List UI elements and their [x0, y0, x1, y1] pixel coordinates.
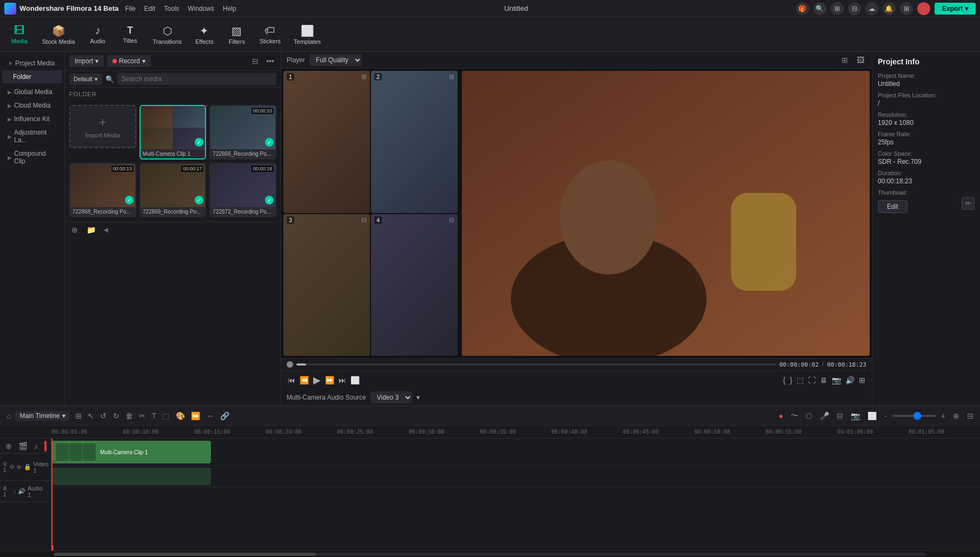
tab-stock[interactable]: 📦 Stock Media — [37, 22, 81, 47]
add-to-timeline-icon[interactable]: ⊕ — [69, 224, 80, 235]
import-button[interactable]: Import ▾ — [69, 55, 104, 67]
v-settings-btn[interactable]: ⚙ — [9, 463, 15, 470]
layout-icon[interactable]: ⊞ — [831, 2, 844, 15]
tab-templates[interactable]: ⬜ Templates — [288, 22, 326, 47]
sidebar-item-adjustment[interactable]: ▶ Adjustment La... — [2, 126, 62, 147]
skip-forward-btn[interactable]: ⏭ — [337, 375, 347, 386]
tab-transitions[interactable]: ⬡ Transitions — [148, 22, 187, 47]
ripple-btn[interactable]: ↔ — [204, 410, 216, 421]
zoom-plus-btn[interactable]: + — [939, 410, 948, 421]
sidebar-item-cloud-media[interactable]: ▶ Cloud Media — [2, 99, 62, 112]
link-btn[interactable]: 🔗 — [218, 410, 231, 421]
skip-back-btn[interactable]: ⏮ — [287, 375, 296, 386]
search-input[interactable] — [117, 73, 276, 85]
mark-in-btn[interactable]: { — [782, 375, 787, 386]
speed-btn[interactable]: ⏩ — [189, 410, 202, 421]
menu-help[interactable]: Help — [223, 5, 236, 12]
play-btn[interactable]: ▶ — [312, 373, 322, 387]
mic-btn[interactable]: 🎤 — [818, 410, 831, 421]
mark-out-btn[interactable]: } — [789, 375, 793, 386]
tab-stickers[interactable]: 🏷 Stickers — [254, 22, 286, 47]
cam-cell-3[interactable]: 3 ⊟ — [283, 214, 370, 356]
scrollbar-thumb[interactable] — [54, 553, 316, 556]
color-btn[interactable]: 🎨 — [174, 410, 187, 421]
multi-view-btn[interactable]: ⊞ — [73, 410, 84, 421]
default-dropdown[interactable]: Default ▾ — [69, 74, 102, 85]
progress-dot[interactable] — [287, 361, 293, 368]
timeline-clip-multicam[interactable]: Multi-Camera Clip 1 — [51, 441, 211, 463]
more-preview-btn[interactable]: ⊞ — [858, 375, 866, 386]
volume-btn[interactable]: 🔊 — [844, 375, 856, 386]
add-track-icon[interactable]: ⊕ — [3, 441, 14, 452]
cut-btn[interactable]: ✂ — [137, 410, 148, 421]
cam-cell-2[interactable]: 2 ⊞ — [371, 71, 458, 213]
tab-effects[interactable]: ✦ Effects — [189, 22, 220, 47]
clip-722872[interactable]: 00:00:18 ✓ 722872_Recording Po... — [209, 163, 276, 217]
clip-722868[interactable]: 00:00:13 ✓ 722868_Recording Po... — [69, 163, 136, 217]
menu-file[interactable]: File — [125, 5, 135, 12]
a-settings-btn[interactable]: ♪ — [13, 488, 16, 495]
grid2-icon[interactable]: ⊞ — [900, 2, 913, 15]
horizontal-scrollbar[interactable] — [54, 553, 926, 556]
aspect-btn[interactable]: ⬜ — [865, 410, 879, 421]
zoom-minus-btn[interactable]: - — [882, 410, 889, 421]
tab-titles[interactable]: T Titles — [115, 23, 145, 46]
text-btn[interactable]: T — [150, 410, 159, 421]
grid-view-btn[interactable]: ⊞ — [839, 55, 850, 65]
v-lock-btn[interactable]: 🔒 — [24, 463, 31, 470]
audio-source-select[interactable]: Video 3 — [370, 392, 412, 403]
delete-btn[interactable]: 🗑 — [123, 410, 135, 421]
cloud-icon[interactable]: ☁ — [865, 2, 878, 15]
sidebar-item-project-media[interactable]: ▼ Project Media — [2, 57, 62, 70]
thumbnail-edit-btn[interactable]: ✏ — [962, 197, 975, 210]
tab-audio[interactable]: ♪ Audio — [83, 22, 113, 47]
user-avatar[interactable] — [917, 2, 930, 15]
collapse-panel-btn[interactable]: ◀ — [102, 225, 109, 235]
redo-btn[interactable]: ↻ — [111, 410, 122, 421]
loop-btn[interactable]: ⬜ — [349, 375, 361, 386]
v-eye-btn[interactable]: 👁 — [16, 463, 22, 470]
sidebar-item-global-media[interactable]: ▶ Global Media — [2, 85, 62, 98]
sidebar-item-compound-clip[interactable]: ▶ Compound Clip — [2, 147, 62, 168]
tab-media[interactable]: 🎞 Media — [4, 22, 35, 47]
grid-icon[interactable]: ⊟ — [848, 2, 861, 15]
search-icon[interactable]: 🔍 — [813, 2, 826, 15]
playback-progress[interactable] — [296, 363, 776, 366]
new-folder-icon[interactable]: 📁 — [84, 224, 98, 235]
a-mute-btn[interactable]: 🔊 — [18, 488, 25, 495]
timeline-name-dropdown[interactable]: Main Timeline ▾ — [15, 411, 69, 421]
select-tool-btn[interactable]: ↖ — [85, 410, 96, 421]
tab-filters[interactable]: ▧ Filters — [222, 22, 252, 47]
undo-btn[interactable]: ↺ — [98, 410, 109, 421]
menu-edit[interactable]: Edit — [144, 5, 156, 12]
fullscreen-btn[interactable]: ⛶ — [807, 375, 817, 386]
caption-btn[interactable]: ⊟ — [835, 410, 845, 421]
more-icon[interactable]: ••• — [264, 56, 276, 67]
filter-icon[interactable]: ⊟ — [250, 56, 261, 67]
frame-back-btn[interactable]: ⏪ — [299, 375, 310, 386]
monitor-btn[interactable]: 🖥 — [819, 375, 829, 386]
gift-icon[interactable]: 🎁 — [796, 2, 809, 15]
timeline-home-btn[interactable]: ⌂ — [4, 410, 13, 421]
sidebar-item-influence-kit[interactable]: ▶ Influence Kit — [2, 112, 62, 125]
cam-cell-1[interactable]: 1 ⊞ — [283, 71, 370, 213]
more-timeline-btn[interactable]: ⊟ — [965, 410, 976, 421]
import-media-placeholder[interactable]: + Import Media — [69, 105, 136, 148]
sidebar-item-folder[interactable]: Folder — [2, 70, 62, 83]
rec-btn[interactable]: ● — [777, 410, 785, 421]
zoom-in-btn[interactable]: ⬚ — [796, 375, 805, 386]
scene-icon[interactable]: 🎬 — [16, 441, 30, 452]
frame-forward-btn[interactable]: ⏩ — [324, 375, 335, 386]
wave-btn[interactable]: 〜 — [789, 410, 800, 422]
clip-722866[interactable]: 00:00:10 ✓ 722866_Recording Po... — [209, 105, 276, 160]
quality-select[interactable]: Full Quality — [309, 54, 362, 66]
bell-icon[interactable]: 🔔 — [883, 2, 896, 15]
cam-cell-4[interactable]: 4 ⊟ — [371, 214, 458, 356]
crop-btn[interactable]: ⬚ — [160, 410, 171, 421]
zoom-slider[interactable] — [892, 415, 936, 417]
marker-btn[interactable]: ⬡ — [804, 410, 815, 421]
image-view-btn[interactable]: 🖼 — [855, 55, 866, 65]
clip-722869[interactable]: 00:00:17 ✓ 722869_Recording Po... — [140, 163, 207, 217]
snapshot-btn[interactable]: 📷 — [831, 375, 842, 386]
project-edit-button[interactable]: Edit — [878, 200, 908, 213]
